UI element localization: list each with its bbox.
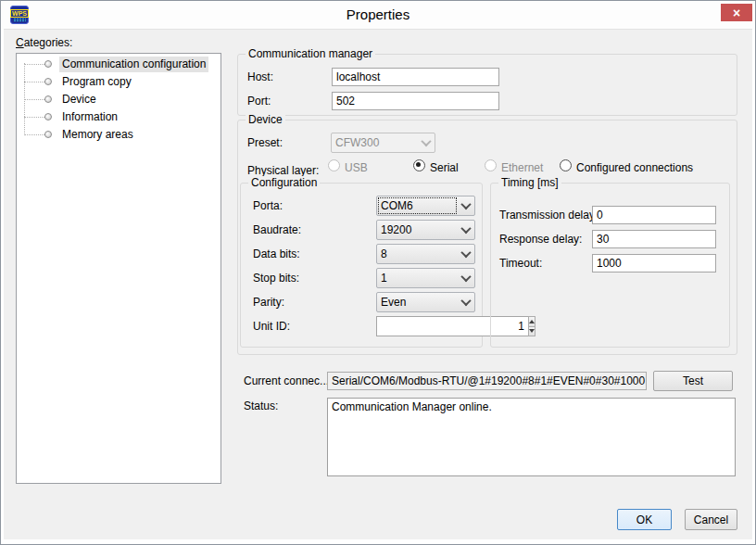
configuration-group-title: Configuration [248, 176, 320, 190]
tree-item-communication-configuration[interactable]: Communication configuration [17, 56, 220, 72]
tree-item-label: Device [59, 92, 99, 108]
baudrate-label: Baudrate: [253, 223, 301, 236]
tree-connector [24, 82, 44, 82]
preset-dropdown: CFW300 [331, 133, 435, 153]
tree-connector [24, 99, 44, 100]
porta-label: Porta: [253, 199, 283, 212]
tree-item-label: Information [59, 109, 120, 125]
tree-bullet-icon [44, 95, 52, 103]
chevron-down-icon [458, 196, 474, 215]
chevron-down-icon [458, 245, 474, 263]
baudrate-dropdown[interactable]: 19200 [376, 220, 475, 240]
window-title: Properties [1, 1, 755, 29]
timing-group-title: Timing [ms] [498, 176, 561, 190]
preset-label: Preset: [247, 136, 283, 149]
tree-item-device[interactable]: Device [17, 91, 220, 108]
tree-item-label: Communication configuration [59, 57, 208, 72]
communication-manager-group-title: Communication manager [246, 47, 375, 61]
radio-usb [328, 159, 340, 171]
data-bits-label: Data bits: [253, 247, 300, 260]
transmission-delay-label: Transmission delay: [499, 209, 598, 222]
current-connection-label: Current connec... [244, 374, 329, 387]
titlebar: WPS Properties × [1, 1, 755, 29]
physical-layer-label: Physical layer: [247, 164, 319, 177]
close-button[interactable]: × [721, 4, 752, 21]
tree-connector [24, 64, 44, 65]
radio-ethernet [485, 159, 497, 171]
tree-item-information[interactable]: Information [17, 108, 220, 125]
properties-dialog: WPS Properties × Categories: Communicati… [0, 0, 756, 545]
tree-item-label: Program copy [59, 74, 134, 90]
status-textarea[interactable]: Communication Manager online. [327, 398, 736, 476]
tree-item-memory-areas[interactable]: Memory areas [17, 126, 220, 143]
timeout-input[interactable] [592, 254, 716, 272]
stop-bits-dropdown[interactable]: 1 [376, 268, 475, 288]
categories-tree: Communication configuration Program copy… [16, 53, 221, 484]
preset-value: CFW300 [332, 133, 418, 152]
radio-serial[interactable] [413, 159, 425, 171]
chevron-down-icon [458, 269, 474, 287]
porta-value: COM6 [377, 196, 458, 215]
parity-dropdown[interactable]: Even [376, 292, 475, 312]
stop-bits-value: 1 [377, 269, 458, 287]
parity-label: Parity: [253, 296, 284, 309]
tree-bullet-icon [44, 78, 52, 85]
chevron-down-icon [418, 133, 435, 152]
tree-connector [24, 117, 44, 118]
response-delay-label: Response delay: [499, 233, 582, 246]
status-label: Status: [244, 399, 278, 412]
categories-label: Categories: [16, 36, 72, 49]
radio-ethernet-label: Ethernet [501, 161, 543, 174]
radio-configured-connections-label: Configured connections [576, 161, 693, 174]
unit-id-spinner [376, 316, 475, 336]
parity-value: Even [377, 293, 458, 311]
tree-bullet-icon [44, 131, 52, 138]
cancel-button[interactable]: Cancel [685, 509, 737, 530]
host-label: Host: [247, 70, 273, 83]
host-input[interactable] [332, 68, 499, 86]
chevron-down-icon [458, 293, 474, 311]
ok-button[interactable]: OK [617, 509, 672, 530]
categories-label-rest: ategories: [24, 36, 73, 49]
stop-bits-label: Stop bits: [253, 272, 299, 285]
test-button[interactable]: Test [653, 371, 733, 391]
timeout-label: Timeout: [499, 257, 542, 270]
data-bits-value: 8 [377, 245, 458, 263]
device-group-title: Device [246, 113, 285, 127]
porta-dropdown[interactable]: COM6 [376, 196, 475, 216]
tree-connector [24, 134, 44, 135]
port-input[interactable] [332, 92, 499, 110]
response-delay-input[interactable] [592, 230, 716, 248]
chevron-down-icon [458, 221, 474, 239]
unit-id-label: Unit ID: [253, 320, 290, 333]
radio-serial-label: Serial [430, 161, 459, 174]
current-connection-field: Serial/COM6/Modbus-RTU/@1#19200#8#1#EVEN… [327, 372, 647, 390]
transmission-delay-input[interactable] [592, 206, 716, 224]
radio-usb-label: USB [345, 161, 368, 174]
radio-configured-connections[interactable] [560, 159, 572, 171]
tree-item-label: Memory areas [59, 127, 136, 143]
tree-bullet-icon [44, 113, 52, 120]
tree-bullet-icon [44, 60, 52, 68]
data-bits-dropdown[interactable]: 8 [376, 244, 475, 264]
baudrate-value: 19200 [377, 221, 458, 239]
tree-item-program-copy[interactable]: Program copy [17, 73, 220, 90]
port-label: Port: [247, 95, 271, 108]
categories-label-mnemonic: C [16, 36, 24, 49]
close-icon: × [733, 6, 740, 20]
